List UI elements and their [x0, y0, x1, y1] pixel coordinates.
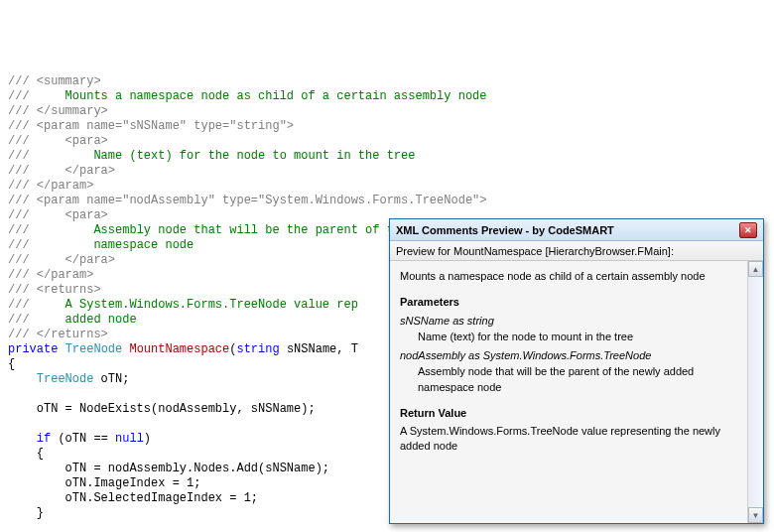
- if-rest: (oTN ==: [51, 432, 115, 446]
- popup-subtitle: Preview for MountNamespace [HierarchyBro…: [396, 245, 674, 257]
- keyword-if: if: [37, 432, 51, 446]
- popup-content-area: Mounts a namespace node as child of a ce…: [390, 261, 763, 523]
- type-treenode: TreeNode: [65, 342, 123, 356]
- chevron-down-icon: ▼: [752, 511, 760, 520]
- code-line: oTN = nodAssembly.Nodes.Add(sNSName);: [8, 462, 329, 475]
- scroll-up-button[interactable]: ▲: [748, 261, 763, 277]
- param2-desc: Assembly node that will be the parent of…: [400, 364, 737, 396]
- doc-param-text: Name (text) for the node to mount in the…: [93, 149, 415, 163]
- xml-doc-line: /// </summary>: [8, 104, 108, 118]
- code-line: oTN.SelectedImageIndex = 1;: [8, 491, 258, 505]
- xml-doc-line: ///: [8, 223, 93, 237]
- return-desc: A System.Windows.Forms.TreeNode value re…: [400, 424, 737, 456]
- xml-doc-line: ///: [8, 253, 65, 267]
- scroll-track[interactable]: [748, 277, 763, 507]
- xml-comments-preview-window[interactable]: XML Comments Preview - by CodeSMART ✕ Pr…: [389, 218, 764, 524]
- popup-titlebar[interactable]: XML Comments Preview - by CodeSMART ✕: [390, 219, 763, 241]
- xml-doc-line: <para>: [65, 208, 108, 222]
- xml-doc-line: /// <param name="sNSName" type="string">: [8, 119, 294, 133]
- keyword-private: private: [8, 342, 58, 356]
- scroll-down-button[interactable]: ▼: [748, 507, 763, 523]
- xml-doc-line: </para>: [65, 164, 115, 178]
- xml-doc-line: ///: [8, 208, 65, 222]
- brace: }: [8, 506, 44, 520]
- brace: {: [8, 447, 44, 461]
- xml-doc-line: /// </returns>: [8, 328, 108, 341]
- param1-name: sNSName as string: [400, 314, 737, 330]
- xml-doc-line: </para>: [65, 253, 115, 267]
- xml-doc-line: /// </param>: [8, 179, 93, 193]
- param1-desc: Name (text) for the node to mount in the…: [400, 330, 737, 345]
- xml-doc-line: ///: [8, 298, 65, 312]
- popup-subtitle-bar: Preview for MountNamespace [HierarchyBro…: [390, 241, 763, 261]
- indent: [8, 432, 37, 446]
- if-close: ): [144, 432, 151, 446]
- xml-doc-line: /// <summary>: [8, 74, 101, 88]
- code-line: oTN = NodeExists(nodAssembly, sNSName);: [8, 402, 316, 416]
- xml-doc-line: ///: [8, 313, 65, 327]
- brace: {: [8, 357, 15, 371]
- keyword-null: null: [115, 432, 144, 446]
- close-icon: ✕: [744, 225, 752, 235]
- close-button[interactable]: ✕: [739, 222, 757, 238]
- code-line: oTN.ImageIndex = 1;: [8, 476, 200, 490]
- preview-summary: Mounts a namespace node as child of a ce…: [400, 269, 737, 285]
- chevron-up-icon: ▲: [752, 265, 760, 274]
- decl-rest: oTN;: [93, 372, 129, 386]
- return-heading: Return Value: [400, 406, 737, 422]
- type-treenode: TreeNode: [37, 372, 94, 386]
- xml-doc-line: ///: [8, 134, 65, 148]
- indent: [8, 372, 37, 386]
- parameters-heading: Parameters: [400, 295, 737, 311]
- doc-returns-text: added node: [65, 313, 137, 327]
- doc-returns-text: A System.Windows.Forms.TreeNode value re…: [65, 298, 358, 312]
- doc-param-text: namespace node: [93, 238, 194, 252]
- popup-title: XML Comments Preview - by CodeSMART: [396, 224, 614, 236]
- xml-doc-line: /// <returns>: [8, 283, 101, 297]
- popup-content: Mounts a namespace node as child of a ce…: [390, 261, 747, 523]
- sig-p1: sNSName, T: [280, 342, 358, 356]
- xml-doc-line: ///: [8, 164, 65, 178]
- xml-doc-line: ///: [8, 149, 93, 163]
- xml-doc-line: ///: [8, 89, 65, 103]
- xml-doc-line: /// <param name="nodAssembly" type="Syst…: [8, 194, 486, 207]
- xml-doc-line: ///: [8, 238, 93, 252]
- xml-doc-line: /// </param>: [8, 268, 93, 282]
- keyword-string: string: [236, 342, 279, 356]
- doc-summary-text: Mounts a namespace node as child of a ce…: [65, 89, 487, 103]
- param2-name: nodAssembly as System.Windows.Forms.Tree…: [400, 348, 737, 364]
- method-name: MountNamespace: [129, 342, 229, 356]
- vertical-scrollbar[interactable]: ▲ ▼: [747, 261, 763, 523]
- xml-doc-line: <para>: [65, 134, 108, 148]
